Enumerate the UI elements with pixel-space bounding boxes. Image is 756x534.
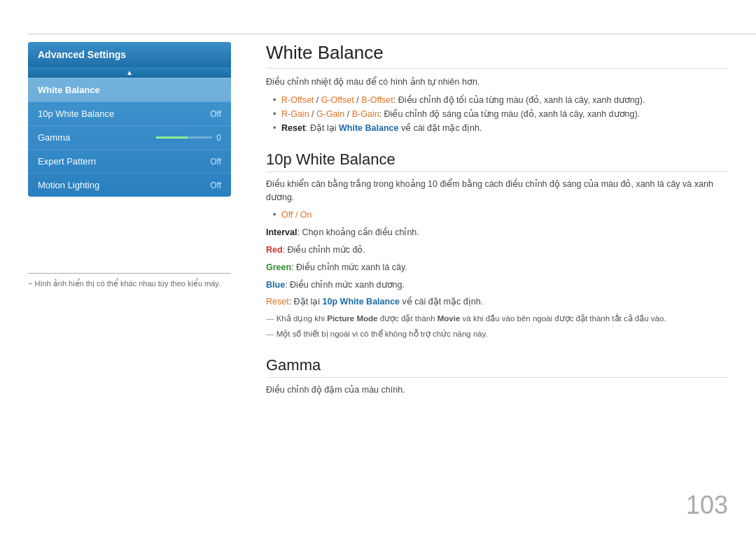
sidebar-item-label-expert: Expert Pattern [38, 156, 96, 167]
sidebar-arrow: ▲ [28, 67, 231, 78]
sidebar-item-value-expert: Off [210, 157, 221, 167]
sidebar-panel: Advanced Settings ▲ White Balance 10p Wh… [28, 42, 231, 197]
white-balance-title: White Balance [266, 42, 728, 69]
bullet-offset: R-Offset / G-Offset / B-Offset: Điều chỉ… [273, 93, 728, 107]
advanced-settings-panel: Advanced Settings ▲ White Balance 10p Wh… [28, 42, 231, 197]
bullet-gain: R-Gain / G-Gain / B-Gain: Điều chỉnh độ … [273, 107, 728, 121]
sidebar-item-label-white-balance: White Balance [38, 85, 100, 95]
top-divider-right [119, 34, 756, 34]
sidebar-item-white-balance[interactable]: White Balance [28, 78, 231, 101]
white-balance-bullets: R-Offset / G-Offset / B-Offset: Điều chỉ… [273, 93, 728, 135]
white-balance-desc: Điều chỉnh nhiệt độ màu để có hình ảnh t… [266, 76, 728, 89]
10p-green: Green: Điều chỉnh mức xanh lá cây. [266, 261, 728, 274]
sidebar-item-label-gamma: Gamma [38, 132, 70, 143]
10p-white-balance-title: 10p White Balance [266, 150, 728, 172]
sidebar-header: Advanced Settings [28, 42, 231, 67]
10p-bullets: Off / On [273, 208, 728, 222]
note-1: Khả dụng khi Picture Mode được đặt thành… [266, 313, 728, 325]
sidebar-header-label: Advanced Settings [38, 49, 126, 60]
sidebar-item-label-motion: Motion Lighting [38, 180, 99, 190]
sidebar-item-gamma[interactable]: Gamma 0 [28, 125, 231, 149]
10p-interval: Interval: Chọn khoảng cần điều chỉnh. [266, 226, 728, 239]
sidebar-item-value-motion: Off [210, 181, 221, 190]
gamma-value: 0 [216, 133, 221, 143]
page-number: 103 [686, 491, 728, 520]
bullet-reset-wb: Reset: Đặt lại White Balance về cài đặt … [273, 121, 728, 135]
10p-blue: Blue: Điều chỉnh mức xanh dương. [266, 279, 728, 292]
gamma-bar-fill [156, 136, 188, 139]
sidebar-item-expert-pattern[interactable]: Expert Pattern Off [28, 149, 231, 173]
note-2: Một số thiết bị ngoài vi có thể không hỗ… [266, 328, 728, 340]
10p-reset: Reset: Đặt lại 10p White Balance về cài … [266, 295, 728, 309]
sidebar-item-label-10p: 10p White Balance [38, 108, 114, 119]
sidebar-footnote: − Hình ảnh hiển thị có thể khác nhau tùy… [28, 273, 231, 288]
10p-red: Red: Điều chỉnh mức đỏ. [266, 244, 728, 257]
gamma-bar [156, 136, 212, 139]
10p-desc: Điều khiển cân bằng trắng trong khoảng 1… [266, 178, 728, 204]
sidebar-item-10p-white-balance[interactable]: 10p White Balance Off [28, 101, 231, 125]
gamma-title: Gamma [266, 356, 728, 378]
bullet-off-on: Off / On [273, 208, 728, 222]
main-content: White Balance Điều chỉnh nhiệt độ màu để… [266, 42, 728, 506]
sidebar-item-value-10p: Off [210, 109, 221, 119]
gamma-desc: Điều chỉnh độ đậm của màu chính. [266, 384, 728, 397]
gamma-bar-container: 0 [156, 133, 221, 143]
sidebar-item-motion-lighting[interactable]: Motion Lighting Off [28, 173, 231, 197]
